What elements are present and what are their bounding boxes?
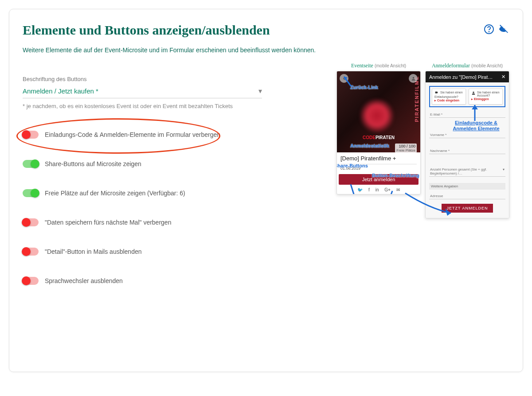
chevron-down-icon: ▾ bbox=[258, 87, 262, 95]
page-subtitle: Weitere Elemente die auf der Event-Micro… bbox=[23, 47, 509, 54]
toggle-switch[interactable] bbox=[23, 189, 39, 197]
content-row: Beschriftung des Buttons Anmelden / Jetz… bbox=[23, 62, 509, 285]
svg-point-3 bbox=[473, 92, 474, 93]
toggle-knob bbox=[22, 247, 31, 256]
preview-heading-form: Anmeldeformular (mobile Ansicht) bbox=[432, 62, 503, 69]
form-topbar: Anmelden zu "[Demo] Pirat… ✕ bbox=[426, 71, 509, 82]
field-address: Adresse bbox=[429, 191, 505, 199]
visibility-off-icon[interactable] bbox=[499, 24, 509, 36]
hero-label: CODEPIRATEN bbox=[337, 135, 420, 140]
preview-eventpage: Eventseite (mobile Ansicht) ‹ PIRATENFIL… bbox=[336, 62, 421, 285]
stat-badge: 100 / 100 Freie Plätze bbox=[395, 144, 417, 153]
user-icon bbox=[409, 74, 418, 83]
anno-share: Share-Buttons bbox=[336, 163, 368, 168]
toggle-label: Einladungs-Code & Anmelden-Elemente im F… bbox=[45, 131, 220, 138]
toggle-knob bbox=[31, 159, 39, 168]
page-title: Elemente und Buttons anzeigen/ausblenden bbox=[23, 23, 270, 38]
toggle-switch[interactable] bbox=[23, 277, 39, 285]
chevron-down-icon: ▾ bbox=[503, 167, 505, 175]
toggle-row-4: "Detail"-Button in Mails ausblenden bbox=[23, 248, 323, 256]
toggle-knob bbox=[22, 276, 31, 285]
share-bar: 🐦 f in G+ ✉ bbox=[337, 185, 420, 194]
toggle-knob bbox=[22, 218, 31, 227]
phone-mock-form: Anmelden zu "[Demo] Pirat… ✕ Sie haben e… bbox=[425, 71, 509, 218]
twitter-icon: 🐦 bbox=[357, 187, 363, 192]
svg-point-1 bbox=[489, 31, 489, 32]
anno-invite: Einladungscode & Anmelden Elemente bbox=[448, 120, 505, 132]
preview-column: Eventseite (mobile Ansicht) ‹ PIRATENFIL… bbox=[336, 62, 509, 285]
dropdown-label: Beschriftung des Buttons bbox=[23, 76, 323, 82]
field-persons: Anzahl Personen gesamt (Sie + ggf. Begle… bbox=[429, 165, 505, 177]
button-label-dropdown[interactable]: Anmelden / Jetzt kaufen * ▾ bbox=[23, 87, 262, 98]
toggles-list: Einladungs-Code & Anmelden-Elemente im F… bbox=[23, 131, 323, 285]
event-info-card: 100 / 100 Freie Plätze [Demo] Piratenfil… bbox=[337, 152, 420, 172]
toggle-switch[interactable] bbox=[23, 160, 39, 168]
toggle-label: "Daten speichern fürs nächste Mal" verbe… bbox=[45, 219, 171, 226]
toggle-row-2: Freie Plätze auf der Microsite zeigen (V… bbox=[23, 189, 323, 197]
preview-heading-page: Eventseite (mobile Ansicht) bbox=[351, 62, 406, 69]
invite-login-boxes: Sie haben einen Einladungscode? ▸ Code e… bbox=[429, 86, 505, 107]
toggle-row-1: Share-Buttons auf Microsite zeigen bbox=[23, 160, 323, 168]
help-icon[interactable] bbox=[484, 24, 494, 36]
toggle-knob bbox=[22, 130, 31, 139]
submit-button: JETZT ANMELDEN bbox=[442, 204, 493, 213]
toggle-switch[interactable] bbox=[23, 131, 39, 139]
field-email: E-Mail * bbox=[429, 110, 505, 118]
preview-form: Anmeldeformular (mobile Ansicht) Anmelde… bbox=[425, 62, 509, 285]
google-icon: G+ bbox=[384, 187, 391, 192]
svg-point-2 bbox=[412, 77, 414, 78]
settings-card: Elemente und Buttons anzeigen/ausblenden… bbox=[9, 9, 523, 372]
linkedin-icon: in bbox=[376, 187, 379, 192]
mail-icon: ✉ bbox=[396, 187, 400, 192]
phone-mock-eventpage: ‹ PIRATENFILME CODEPIRATEN Zurück-Link A… bbox=[336, 71, 421, 194]
toggle-switch[interactable] bbox=[23, 248, 39, 256]
form-body: Sie haben einen Einladungscode? ▸ Code e… bbox=[426, 82, 509, 218]
anno-btn: Button-Beschriftung bbox=[372, 173, 419, 178]
login-box: Sie haben einen Account? ▸ Einloggen bbox=[469, 89, 503, 105]
invite-code-box: Sie haben einen Einladungscode? ▸ Code e… bbox=[432, 89, 466, 105]
toggle-label: Share-Buttons auf Microsite zeigen bbox=[45, 160, 141, 167]
toggle-row-0: Einladungs-Code & Anmelden-Elemente im F… bbox=[23, 131, 323, 139]
toggle-row-3: "Daten speichern fürs nächste Mal" verbe… bbox=[23, 218, 323, 226]
field-lastname: Nachname * bbox=[429, 146, 505, 154]
dropdown-helper: * je nachdem, ob es ein kostenloses Even… bbox=[23, 103, 323, 109]
toggle-switch[interactable] bbox=[23, 218, 39, 226]
toggle-label: "Detail"-Button in Mails ausblenden bbox=[45, 248, 142, 255]
facebook-icon: f bbox=[368, 187, 370, 192]
anno-stats: Anmeldestatistik bbox=[350, 143, 389, 148]
header-actions bbox=[484, 24, 509, 36]
toggle-label: Sprachwechsler ausblenden bbox=[45, 277, 123, 284]
event-title: [Demo] Piratenfilme + bbox=[340, 155, 417, 162]
back-icon: ‹ bbox=[340, 74, 348, 83]
toggle-label: Freie Plätze auf der Microsite zeigen (V… bbox=[45, 190, 185, 197]
anno-back: Zurück-Link bbox=[350, 85, 378, 90]
card-header: Elemente und Buttons anzeigen/ausblenden bbox=[23, 23, 509, 38]
toggle-knob bbox=[31, 189, 39, 198]
dropdown-value: Anmelden / Jetzt kaufen * bbox=[23, 87, 98, 95]
section-header: Weitere Angaben bbox=[429, 183, 505, 190]
close-icon: ✕ bbox=[501, 74, 505, 80]
left-column: Beschriftung des Buttons Anmelden / Jetz… bbox=[23, 62, 323, 285]
toggle-row-5: Sprachwechsler ausblenden bbox=[23, 277, 323, 285]
vertical-title: PIRATENFILME bbox=[414, 76, 419, 122]
